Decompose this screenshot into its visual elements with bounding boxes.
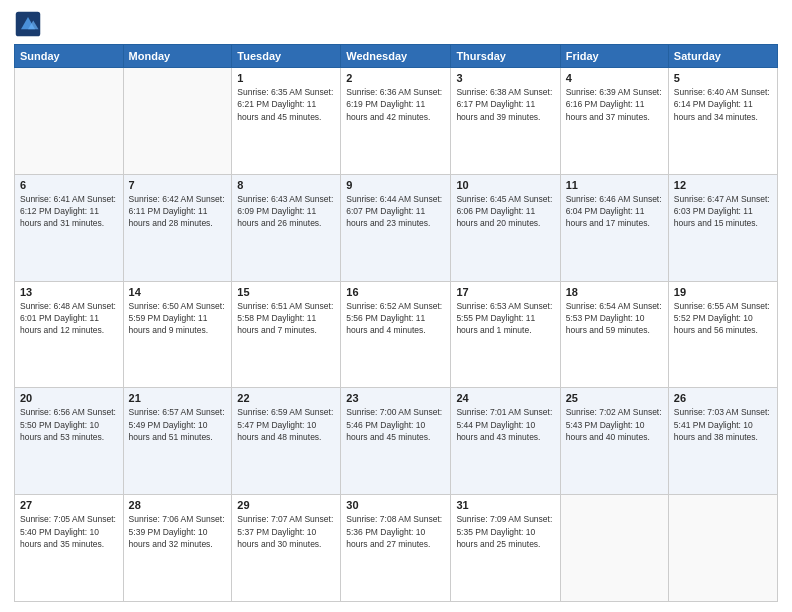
- day-info: Sunrise: 6:56 AM Sunset: 5:50 PM Dayligh…: [20, 406, 118, 443]
- calendar-cell: 8Sunrise: 6:43 AM Sunset: 6:09 PM Daylig…: [232, 174, 341, 281]
- week-row-2: 6Sunrise: 6:41 AM Sunset: 6:12 PM Daylig…: [15, 174, 778, 281]
- day-info: Sunrise: 7:05 AM Sunset: 5:40 PM Dayligh…: [20, 513, 118, 550]
- day-number: 10: [456, 179, 554, 191]
- logo-icon: [14, 10, 42, 38]
- day-info: Sunrise: 6:35 AM Sunset: 6:21 PM Dayligh…: [237, 86, 335, 123]
- day-number: 14: [129, 286, 227, 298]
- calendar-cell: 9Sunrise: 6:44 AM Sunset: 6:07 PM Daylig…: [341, 174, 451, 281]
- day-info: Sunrise: 6:52 AM Sunset: 5:56 PM Dayligh…: [346, 300, 445, 337]
- calendar-cell: 23Sunrise: 7:00 AM Sunset: 5:46 PM Dayli…: [341, 388, 451, 495]
- day-number: 9: [346, 179, 445, 191]
- calendar-cell: 4Sunrise: 6:39 AM Sunset: 6:16 PM Daylig…: [560, 68, 668, 175]
- calendar-cell: 18Sunrise: 6:54 AM Sunset: 5:53 PM Dayli…: [560, 281, 668, 388]
- day-info: Sunrise: 6:48 AM Sunset: 6:01 PM Dayligh…: [20, 300, 118, 337]
- calendar-cell: 20Sunrise: 6:56 AM Sunset: 5:50 PM Dayli…: [15, 388, 124, 495]
- day-info: Sunrise: 6:45 AM Sunset: 6:06 PM Dayligh…: [456, 193, 554, 230]
- day-info: Sunrise: 7:00 AM Sunset: 5:46 PM Dayligh…: [346, 406, 445, 443]
- day-number: 28: [129, 499, 227, 511]
- calendar-cell: 17Sunrise: 6:53 AM Sunset: 5:55 PM Dayli…: [451, 281, 560, 388]
- page: SundayMondayTuesdayWednesdayThursdayFrid…: [0, 0, 792, 612]
- day-number: 22: [237, 392, 335, 404]
- day-info: Sunrise: 7:06 AM Sunset: 5:39 PM Dayligh…: [129, 513, 227, 550]
- day-number: 25: [566, 392, 663, 404]
- logo: [14, 10, 46, 38]
- day-info: Sunrise: 6:46 AM Sunset: 6:04 PM Dayligh…: [566, 193, 663, 230]
- day-number: 12: [674, 179, 772, 191]
- week-row-3: 13Sunrise: 6:48 AM Sunset: 6:01 PM Dayli…: [15, 281, 778, 388]
- day-info: Sunrise: 6:42 AM Sunset: 6:11 PM Dayligh…: [129, 193, 227, 230]
- day-info: Sunrise: 6:59 AM Sunset: 5:47 PM Dayligh…: [237, 406, 335, 443]
- day-number: 1: [237, 72, 335, 84]
- day-number: 16: [346, 286, 445, 298]
- day-info: Sunrise: 6:50 AM Sunset: 5:59 PM Dayligh…: [129, 300, 227, 337]
- day-number: 30: [346, 499, 445, 511]
- day-info: Sunrise: 7:09 AM Sunset: 5:35 PM Dayligh…: [456, 513, 554, 550]
- day-number: 11: [566, 179, 663, 191]
- day-header-tuesday: Tuesday: [232, 45, 341, 68]
- day-info: Sunrise: 6:36 AM Sunset: 6:19 PM Dayligh…: [346, 86, 445, 123]
- calendar-cell: 12Sunrise: 6:47 AM Sunset: 6:03 PM Dayli…: [668, 174, 777, 281]
- day-number: 3: [456, 72, 554, 84]
- day-info: Sunrise: 7:02 AM Sunset: 5:43 PM Dayligh…: [566, 406, 663, 443]
- calendar-cell: 1Sunrise: 6:35 AM Sunset: 6:21 PM Daylig…: [232, 68, 341, 175]
- calendar-cell: 25Sunrise: 7:02 AM Sunset: 5:43 PM Dayli…: [560, 388, 668, 495]
- calendar-cell: 7Sunrise: 6:42 AM Sunset: 6:11 PM Daylig…: [123, 174, 232, 281]
- day-number: 19: [674, 286, 772, 298]
- day-info: Sunrise: 7:03 AM Sunset: 5:41 PM Dayligh…: [674, 406, 772, 443]
- calendar-cell: 30Sunrise: 7:08 AM Sunset: 5:36 PM Dayli…: [341, 495, 451, 602]
- day-info: Sunrise: 6:40 AM Sunset: 6:14 PM Dayligh…: [674, 86, 772, 123]
- calendar-cell: 2Sunrise: 6:36 AM Sunset: 6:19 PM Daylig…: [341, 68, 451, 175]
- calendar-cell: 27Sunrise: 7:05 AM Sunset: 5:40 PM Dayli…: [15, 495, 124, 602]
- day-header-row: SundayMondayTuesdayWednesdayThursdayFrid…: [15, 45, 778, 68]
- calendar-cell: [15, 68, 124, 175]
- day-info: Sunrise: 6:41 AM Sunset: 6:12 PM Dayligh…: [20, 193, 118, 230]
- calendar-cell: 15Sunrise: 6:51 AM Sunset: 5:58 PM Dayli…: [232, 281, 341, 388]
- day-number: 27: [20, 499, 118, 511]
- day-info: Sunrise: 6:47 AM Sunset: 6:03 PM Dayligh…: [674, 193, 772, 230]
- calendar-cell: 13Sunrise: 6:48 AM Sunset: 6:01 PM Dayli…: [15, 281, 124, 388]
- day-info: Sunrise: 6:51 AM Sunset: 5:58 PM Dayligh…: [237, 300, 335, 337]
- day-info: Sunrise: 6:38 AM Sunset: 6:17 PM Dayligh…: [456, 86, 554, 123]
- day-number: 15: [237, 286, 335, 298]
- day-number: 6: [20, 179, 118, 191]
- calendar-cell: 6Sunrise: 6:41 AM Sunset: 6:12 PM Daylig…: [15, 174, 124, 281]
- day-number: 23: [346, 392, 445, 404]
- day-info: Sunrise: 6:54 AM Sunset: 5:53 PM Dayligh…: [566, 300, 663, 337]
- calendar-cell: 21Sunrise: 6:57 AM Sunset: 5:49 PM Dayli…: [123, 388, 232, 495]
- day-info: Sunrise: 6:44 AM Sunset: 6:07 PM Dayligh…: [346, 193, 445, 230]
- day-number: 24: [456, 392, 554, 404]
- day-header-saturday: Saturday: [668, 45, 777, 68]
- calendar-cell: 28Sunrise: 7:06 AM Sunset: 5:39 PM Dayli…: [123, 495, 232, 602]
- day-info: Sunrise: 6:39 AM Sunset: 6:16 PM Dayligh…: [566, 86, 663, 123]
- day-header-monday: Monday: [123, 45, 232, 68]
- calendar-cell: 26Sunrise: 7:03 AM Sunset: 5:41 PM Dayli…: [668, 388, 777, 495]
- day-number: 5: [674, 72, 772, 84]
- week-row-4: 20Sunrise: 6:56 AM Sunset: 5:50 PM Dayli…: [15, 388, 778, 495]
- day-number: 17: [456, 286, 554, 298]
- day-number: 26: [674, 392, 772, 404]
- day-header-sunday: Sunday: [15, 45, 124, 68]
- day-info: Sunrise: 6:55 AM Sunset: 5:52 PM Dayligh…: [674, 300, 772, 337]
- calendar-cell: 5Sunrise: 6:40 AM Sunset: 6:14 PM Daylig…: [668, 68, 777, 175]
- day-number: 31: [456, 499, 554, 511]
- calendar: SundayMondayTuesdayWednesdayThursdayFrid…: [14, 44, 778, 602]
- day-info: Sunrise: 7:07 AM Sunset: 5:37 PM Dayligh…: [237, 513, 335, 550]
- day-number: 13: [20, 286, 118, 298]
- day-info: Sunrise: 6:57 AM Sunset: 5:49 PM Dayligh…: [129, 406, 227, 443]
- day-info: Sunrise: 7:08 AM Sunset: 5:36 PM Dayligh…: [346, 513, 445, 550]
- calendar-cell: 19Sunrise: 6:55 AM Sunset: 5:52 PM Dayli…: [668, 281, 777, 388]
- day-info: Sunrise: 6:53 AM Sunset: 5:55 PM Dayligh…: [456, 300, 554, 337]
- calendar-cell: 11Sunrise: 6:46 AM Sunset: 6:04 PM Dayli…: [560, 174, 668, 281]
- day-number: 29: [237, 499, 335, 511]
- calendar-cell: [668, 495, 777, 602]
- calendar-cell: 31Sunrise: 7:09 AM Sunset: 5:35 PM Dayli…: [451, 495, 560, 602]
- day-number: 8: [237, 179, 335, 191]
- day-number: 7: [129, 179, 227, 191]
- day-info: Sunrise: 6:43 AM Sunset: 6:09 PM Dayligh…: [237, 193, 335, 230]
- day-info: Sunrise: 7:01 AM Sunset: 5:44 PM Dayligh…: [456, 406, 554, 443]
- calendar-cell: 29Sunrise: 7:07 AM Sunset: 5:37 PM Dayli…: [232, 495, 341, 602]
- day-number: 2: [346, 72, 445, 84]
- day-number: 21: [129, 392, 227, 404]
- header: [14, 10, 778, 38]
- day-header-wednesday: Wednesday: [341, 45, 451, 68]
